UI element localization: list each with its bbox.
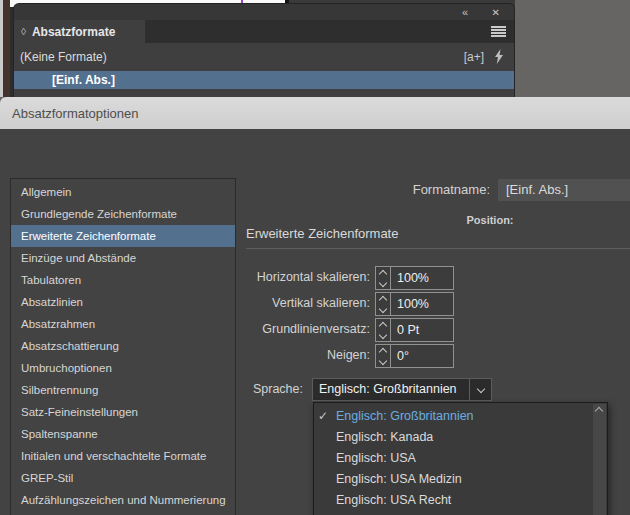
vertical-scale-input[interactable]: 100% bbox=[391, 293, 453, 315]
paragraph-styles-panel: « ✕ ◊ Absatzformate (Keine Formate) [a+]… bbox=[14, 4, 514, 97]
language-option[interactable]: Englisch: Kanada bbox=[314, 427, 607, 448]
language-option-label: Englisch: Kanada bbox=[336, 430, 433, 444]
style-row-basic-paragraph[interactable]: [Einf. Abs.] bbox=[14, 71, 514, 89]
baseline-shift-input[interactable]: 0 Pt bbox=[391, 319, 453, 341]
sidebar-item-spaltenspanne[interactable]: Spaltenspanne bbox=[11, 423, 235, 445]
document-page-edge bbox=[10, 0, 14, 7]
scroll-up-icon[interactable] bbox=[595, 407, 603, 415]
format-name-input[interactable]: [Einf. Abs.] bbox=[498, 179, 630, 201]
section-divider bbox=[246, 248, 630, 249]
stepper-icon[interactable] bbox=[376, 345, 391, 367]
paragraph-style-options-dialog: Absatzformatoptionen Allgemein Grundlege… bbox=[0, 97, 630, 515]
language-option[interactable]: Englisch: USA Recht bbox=[314, 490, 607, 511]
language-option[interactable]: Estnisch bbox=[314, 511, 607, 515]
language-option-label: Englisch: USA bbox=[336, 451, 416, 465]
language-option[interactable]: Englisch: USA Medizin bbox=[314, 469, 607, 490]
position-label: Position: bbox=[440, 213, 540, 227]
baseline-shift-label: Grundlinienversatz: bbox=[150, 318, 370, 340]
stepper-icon[interactable] bbox=[376, 319, 391, 341]
stepper-icon[interactable] bbox=[376, 293, 391, 315]
sidebar-item-aufzaehlungszeichen-und-nummerierung[interactable]: Aufzählungszeichen und Nummerierung bbox=[11, 489, 235, 511]
popup-scrollbar[interactable] bbox=[593, 404, 606, 515]
clear-overrides-icon[interactable]: [a+] bbox=[464, 50, 484, 64]
language-option-label: Englisch: USA Recht bbox=[336, 493, 451, 507]
language-label: Sprache: bbox=[180, 378, 303, 401]
dialog-body: Allgemein Grundlegende Zeichenformate Er… bbox=[0, 129, 630, 515]
panel-flyout-menu-icon[interactable] bbox=[491, 26, 506, 37]
sidebar-item-grundlegende-zeichenformate[interactable]: Grundlegende Zeichenformate bbox=[11, 203, 235, 225]
language-dropdown-value: Englisch: Großbritannien bbox=[313, 379, 469, 400]
sidebar-item-allgemein[interactable]: Allgemein bbox=[11, 181, 235, 203]
sidebar-item-erweiterte-zeichenformate[interactable]: Erweiterte Zeichenformate bbox=[11, 225, 235, 247]
horizontal-scale-input[interactable]: 100% bbox=[391, 267, 453, 289]
panel-header: « ✕ bbox=[14, 4, 514, 20]
vertical-scale-label: Vertikal skalieren: bbox=[150, 292, 370, 314]
language-option[interactable]: ✓ Englisch: Großbritannien bbox=[314, 406, 607, 427]
horizontal-scale-field: 100% bbox=[375, 266, 454, 290]
sidebar-item-zeichenfarbe[interactable]: Zeichenfarbe bbox=[11, 511, 235, 515]
skew-field: 0° bbox=[375, 344, 454, 368]
dialog-title-bar[interactable]: Absatzformatoptionen bbox=[0, 97, 630, 129]
stepper-icon[interactable] bbox=[376, 267, 391, 289]
style-row-label: [Einf. Abs.] bbox=[52, 73, 115, 87]
stack-toggle-icon[interactable]: ◊ bbox=[21, 26, 26, 37]
chevron-down-icon[interactable] bbox=[469, 379, 491, 400]
style-row-label: (Keine Formate) bbox=[20, 50, 107, 64]
tab-label: Absatzformate bbox=[32, 25, 115, 39]
style-row-no-format[interactable]: (Keine Formate) [a+] bbox=[14, 43, 514, 71]
skew-label: Neigen: bbox=[150, 344, 370, 366]
skew-input[interactable]: 0° bbox=[391, 345, 453, 367]
dialog-title: Absatzformatoptionen bbox=[12, 106, 138, 121]
language-options-popup: ✓ Englisch: Großbritannien Englisch: Kan… bbox=[313, 402, 608, 515]
document-color-strip bbox=[3, 0, 10, 97]
lightning-icon[interactable] bbox=[494, 49, 504, 67]
check-icon: ✓ bbox=[318, 406, 328, 427]
language-option[interactable]: Englisch: USA bbox=[314, 448, 607, 469]
language-dropdown[interactable]: Englisch: Großbritannien bbox=[312, 378, 492, 401]
sidebar-item-satz-feineinstellungen[interactable]: Satz-Feineinstellungen bbox=[11, 401, 235, 423]
format-name-label: Formatname: bbox=[350, 179, 490, 201]
collapse-panel-icon[interactable]: « bbox=[462, 5, 468, 19]
language-option-label: Englisch: USA Medizin bbox=[336, 472, 462, 486]
horizontal-scale-label: Horizontal skalieren: bbox=[150, 266, 370, 288]
close-panel-icon[interactable]: ✕ bbox=[492, 6, 500, 19]
vertical-scale-field: 100% bbox=[375, 292, 454, 316]
section-title: Erweiterte Zeichenformate bbox=[246, 225, 398, 243]
language-option-label: Englisch: Großbritannien bbox=[336, 409, 474, 423]
sidebar-item-grep-stil[interactable]: GREP-Stil bbox=[11, 467, 235, 489]
tab-absatzformate[interactable]: ◊ Absatzformate bbox=[14, 20, 145, 43]
baseline-shift-field: 0 Pt bbox=[375, 318, 454, 342]
panel-tab-bar: ◊ Absatzformate bbox=[14, 20, 514, 43]
sidebar-item-initialen-und-verschachtelte-formate[interactable]: Initialen und verschachtelte Formate bbox=[11, 445, 235, 467]
